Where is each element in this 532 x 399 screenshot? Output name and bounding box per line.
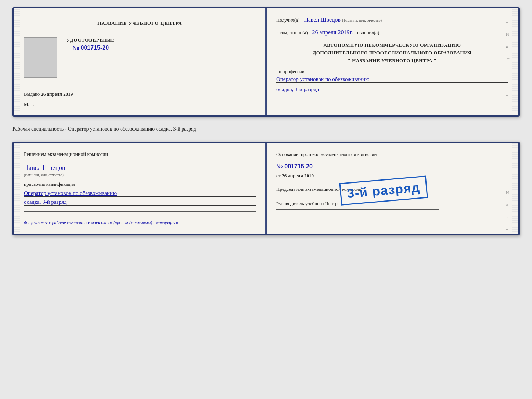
separator-text: Рабочая специальность - Оператор установ…	[12, 123, 520, 135]
org-line1: АВТОНОМНУЮ НЕКОММЕРЧЕСКУЮ ОРГАНИЗАЦИЮ	[276, 42, 508, 49]
card2-profession1: Оператор установок по обезвоживанию	[24, 190, 256, 197]
card2-assigned-label: присвоена квалификация	[24, 181, 256, 187]
org-block: АВТОНОМНУЮ НЕКОММЕРЧЕСКУЮ ОРГАНИЗАЦИЮ ДО…	[276, 42, 508, 64]
card2-line2	[24, 214, 256, 214]
issued-date: 26 апреля 2019	[41, 91, 73, 97]
completion-line: в том, что он(а) 26 апреля 2019г. окончи…	[276, 29, 508, 36]
completion-date: 26 апреля 2019г.	[312, 29, 353, 36]
recipient-name: Павел Швецов	[304, 17, 341, 24]
card2-side-marks: – – – И а ← – –	[506, 154, 510, 235]
card2-basis-title: Основание: протокол экзаменационной коми…	[276, 151, 508, 158]
issued-block: Выдано 26 апреля 2019	[24, 88, 256, 97]
card1-left: НАЗВАНИЕ УЧЕБНОГО ЦЕНТРА УДОСТОВЕРЕНИЕ №…	[14, 8, 266, 115]
card1-left-title: НАЗВАНИЕ УЧЕБНОГО ЦЕНТРА	[24, 20, 256, 26]
card2-profession2: осадка, 3-й разряд	[24, 199, 256, 206]
photo-placeholder	[24, 37, 57, 78]
received-prefix: Получил(а)	[276, 17, 299, 23]
card2-protocol-date: от 26 апреля 2019	[276, 173, 508, 179]
dash: –	[383, 17, 386, 23]
card2-name-block: Павел Швецов (фамилия, имя, отчество)	[24, 164, 256, 177]
rank-value: осадка, 3-й разряд	[276, 86, 508, 93]
card2-name: Павел Швецов	[24, 164, 65, 172]
in-that-prefix: в том, что он(а)	[276, 30, 308, 36]
card2-admitted-prefix: допускается к	[24, 220, 51, 225]
card2-director-sign-line	[276, 209, 439, 210]
card2-line1	[24, 211, 256, 212]
recipient-line: Получил(а) Павел Швецов (фамилия, имя, о…	[276, 17, 508, 24]
card2-protocol-number: № 001715-20	[276, 163, 508, 170]
card1-right: Получил(а) Павел Швецов (фамилия, имя, о…	[266, 8, 518, 115]
org-line3: " НАЗВАНИЕ УЧЕБНОГО ЦЕНТРА "	[276, 57, 508, 65]
profession-value: Оператор установок по обезвоживанию	[276, 76, 508, 83]
card2-director-label: Руководитель учебного Центра	[276, 200, 508, 207]
card2-admitted-value: работе согласно должностным (производств…	[52, 220, 178, 225]
cert-number: № 001715-20	[66, 44, 115, 51]
card2-left: Решением экзаменационной комиссии Павел …	[14, 143, 266, 234]
org-line2: ДОПОЛНИТЕЛЬНОГО ПРОФЕССИОНАЛЬНОГО ОБРАЗО…	[276, 49, 508, 57]
card2-right: Основание: протокол экзаменационной коми…	[266, 143, 518, 234]
stamp-text: 3-й разряд	[346, 180, 421, 200]
cert-info: УДОСТОВЕРЕНИЕ № 001715-20	[63, 37, 115, 51]
mp-label: М.П.	[24, 101, 256, 107]
card2-date-prefix: от	[276, 173, 281, 178]
profession-prefix: по профессии	[276, 69, 508, 75]
certificate-card-1: НАЗВАНИЕ УЧЕБНОГО ЦЕНТРА УДОСТОВЕРЕНИЕ №…	[12, 7, 520, 117]
cert-label: УДОСТОВЕРЕНИЕ	[66, 37, 115, 43]
side-marks: – И а ← – – –	[506, 19, 510, 98]
card2-name-sublabel: (фамилия, имя, отчество)	[24, 173, 256, 177]
finished-label: окончил(а)	[357, 30, 379, 36]
card2-protocol-date-val: 26 апреля 2019	[282, 173, 314, 178]
card2-decision-title: Решением экзаменационной комиссии	[24, 151, 256, 158]
issued-prefix: Выдано	[24, 91, 40, 97]
recipient-sublabel: (фамилия, имя, отчество)	[342, 18, 382, 22]
card2-admitted-block: допускается к работе согласно должностны…	[24, 220, 256, 226]
certificate-card-2: Решением экзаменационной комиссии Павел …	[12, 142, 520, 235]
